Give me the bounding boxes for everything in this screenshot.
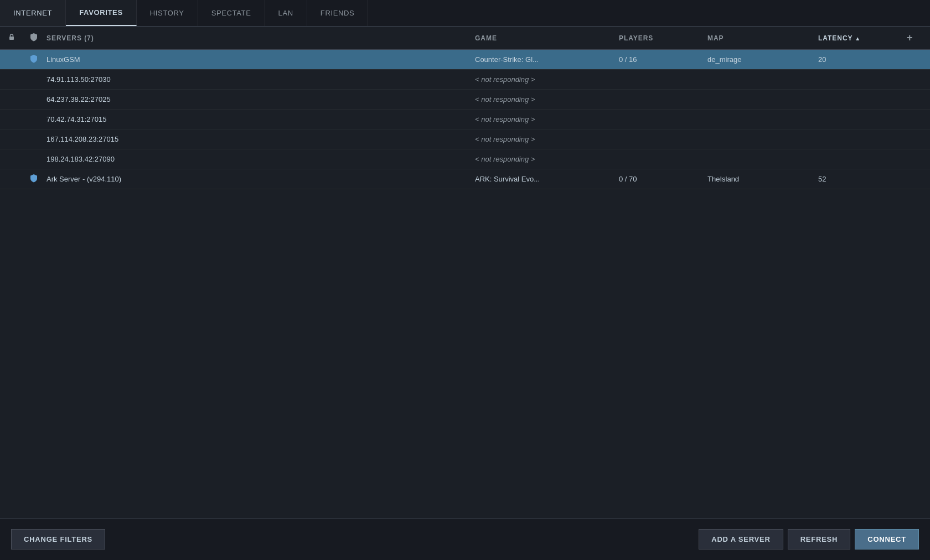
cell-game-1: Counter-Strike: Gl... — [472, 55, 616, 64]
cell-game-2: < not responding > — [472, 75, 616, 84]
cell-map-1: de_mirage — [704, 55, 815, 64]
cell-name-5: 167.114.208.23:27015 — [43, 135, 472, 143]
server-table-container: SERVERS (7) GAME PLAYERS MAP LATENCY + L… — [0, 27, 930, 518]
change-filters-button[interactable]: CHANGE FILTERS — [11, 529, 105, 549]
tab-lan[interactable]: LAN — [265, 0, 307, 26]
cell-players-1: 0 / 16 — [616, 55, 704, 64]
bottom-bar: CHANGE FILTERS ADD A SERVER REFRESH CONN… — [0, 518, 930, 560]
svg-rect-0 — [9, 37, 14, 40]
cell-shield-7 — [27, 174, 43, 184]
col-game-header: GAME — [472, 34, 616, 42]
lock-icon — [8, 35, 16, 43]
cell-game-7: ARK: Survival Evo... — [472, 175, 616, 183]
cell-game-6: < not responding > — [472, 155, 616, 163]
cell-game-4: < not responding > — [472, 115, 616, 123]
col-lock — [4, 33, 27, 43]
tab-friends[interactable]: FRIENDS — [307, 0, 369, 26]
bottom-right: ADD A SERVER REFRESH CONNECT — [699, 529, 919, 549]
cell-latency-7: 52 — [815, 175, 903, 183]
cell-map-7: TheIsland — [704, 175, 815, 183]
cell-name-6: 198.24.183.42:27090 — [43, 155, 472, 163]
tab-bar: INTERNET FAVORITES HISTORY SPECTATE LAN … — [0, 0, 930, 27]
col-add-header[interactable]: + — [903, 32, 926, 44]
col-latency-header[interactable]: LATENCY — [815, 34, 903, 42]
col-players-header: PLAYERS — [616, 34, 704, 42]
cell-game-3: < not responding > — [472, 95, 616, 103]
app-container: INTERNET FAVORITES HISTORY SPECTATE LAN … — [0, 0, 930, 560]
tab-favorites[interactable]: FAVORITES — [66, 0, 137, 26]
cell-name-4: 70.42.74.31:27015 — [43, 115, 472, 123]
col-servers-header: SERVERS (7) — [43, 34, 472, 42]
table-row[interactable]: 64.237.38.22:27025 < not responding > — [0, 90, 930, 110]
table-row[interactable]: 167.114.208.23:27015 < not responding > — [0, 129, 930, 149]
bottom-left: CHANGE FILTERS — [11, 529, 105, 549]
table-body: LinuxGSM Counter-Strike: Gl... 0 / 16 de… — [0, 50, 930, 518]
cell-name-7: Ark Server - (v294.110) — [43, 175, 472, 183]
add-server-button[interactable]: ADD A SERVER — [699, 529, 783, 549]
shield-header-icon — [30, 35, 38, 43]
table-row[interactable]: 198.24.183.42:27090 < not responding > — [0, 149, 930, 169]
tab-internet[interactable]: INTERNET — [0, 0, 66, 26]
cell-latency-1: 20 — [815, 55, 903, 64]
cell-players-7: 0 / 70 — [616, 175, 704, 183]
table-row[interactable]: 70.42.74.31:27015 < not responding > — [0, 110, 930, 129]
refresh-button[interactable]: REFRESH — [788, 529, 851, 549]
cell-shield-1 — [27, 54, 43, 65]
connect-button[interactable]: CONNECT — [855, 529, 919, 549]
tab-spectate[interactable]: SPECTATE — [198, 0, 265, 26]
col-shield-header — [27, 33, 43, 43]
col-map-header: MAP — [704, 34, 815, 42]
cell-name-2: 74.91.113.50:27030 — [43, 75, 472, 84]
table-row[interactable]: LinuxGSM Counter-Strike: Gl... 0 / 16 de… — [0, 50, 930, 70]
cell-name-1: LinuxGSM — [43, 55, 472, 64]
table-header: SERVERS (7) GAME PLAYERS MAP LATENCY + — [0, 27, 930, 50]
table-row[interactable]: 74.91.113.50:27030 < not responding > — [0, 70, 930, 90]
table-row[interactable]: Ark Server - (v294.110) ARK: Survival Ev… — [0, 169, 930, 189]
cell-name-3: 64.237.38.22:27025 — [43, 95, 472, 103]
cell-game-5: < not responding > — [472, 135, 616, 143]
tab-history[interactable]: HISTORY — [137, 0, 198, 26]
